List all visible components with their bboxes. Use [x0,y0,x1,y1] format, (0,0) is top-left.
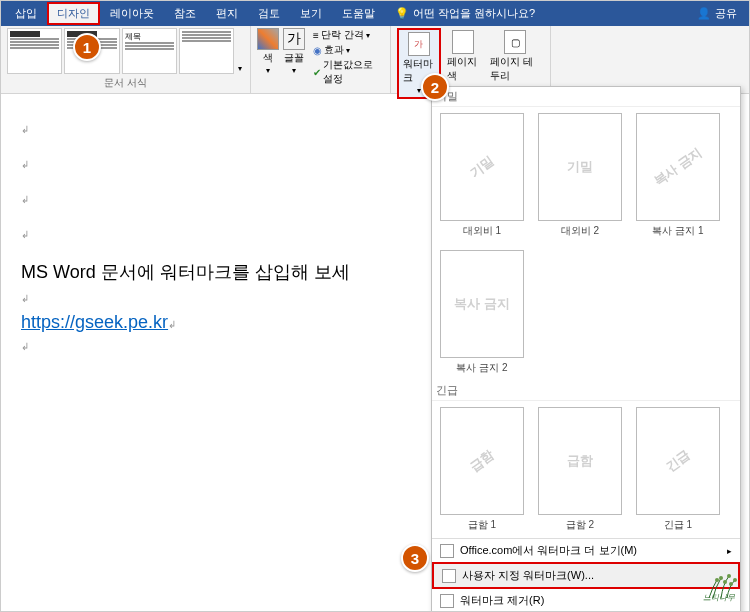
theme-thumb-1[interactable] [7,28,62,74]
share-icon: 👤 [697,7,711,20]
theme-title-text: 제목 [125,31,174,42]
para-spacing-button[interactable]: ≡단락 간격▾ [313,28,384,42]
fonts-label: 글꼴 [284,51,304,65]
themes-more-icon[interactable]: ▾ [236,62,244,75]
wm-option-label: 급함 1 [436,518,528,532]
watermark-option-urgent-2[interactable]: 급함 급함 2 [534,407,626,532]
annotation-badge-3: 3 [401,544,429,572]
gallery-section-urgent: 긴급 [432,381,740,401]
share-button[interactable]: 👤 공유 [697,6,745,21]
annotation-badge-1: 1 [73,33,101,61]
watermark-option-nocopy-2[interactable]: 복사 금지 복사 금지 2 [436,250,528,375]
tab-review[interactable]: 검토 [248,2,290,25]
fonts-button[interactable]: 가 글꼴 ▾ [283,28,305,75]
watermark-option-confidential-2[interactable]: 기밀 대외비 2 [534,113,626,238]
theme-thumb-3[interactable]: 제목 [122,28,177,74]
wm-option-label: 복사 금지 1 [632,224,724,238]
gallery-section-confidential: 기밀 [432,87,740,107]
ribbon-design: 제목 ▾ 문서 서식 색 ▾ 가 글꼴 ▾ ≡단락 간격▾ ◉ [1,26,749,94]
tell-me-label: 어떤 작업을 원하시나요? [413,6,535,21]
tab-mailings[interactable]: 편지 [206,2,248,25]
tab-design[interactable]: 디자인 [47,2,100,25]
check-icon: ✔ [313,67,321,78]
para-spacing-label: 단락 간격 [321,28,364,42]
fonts-icon: 가 [283,28,305,50]
watermark-option-nocopy-1[interactable]: 복사 금지 복사 금지 1 [632,113,724,238]
watermark-icon: 가 [408,32,430,56]
tab-insert[interactable]: 삽입 [5,2,47,25]
wm-option-label: 긴급 1 [632,518,724,532]
tree-logo-icon: 느티나무 [701,568,745,607]
page-borders-label: 페이지 테두리 [490,55,540,83]
chevron-down-icon: ▾ [292,66,296,75]
colors-label: 색 [263,51,273,65]
share-label: 공유 [715,6,737,21]
menu-remove-watermark[interactable]: 워터마크 제거(R) [432,589,740,612]
tab-references[interactable]: 참조 [164,2,206,25]
page-color-label: 페이지 색 [447,55,481,83]
tell-me-search[interactable]: 💡 어떤 작업을 원하시나요? [395,6,535,21]
doc-hyperlink[interactable]: https://gseek.pe.kr [21,312,168,332]
svg-point-5 [729,582,733,586]
wm-option-label: 대외비 1 [436,224,528,238]
tab-view[interactable]: 보기 [290,2,332,25]
arrow-right-icon: ▸ [727,546,732,556]
wm-preview-text: 기밀 [466,152,498,182]
page-borders-icon: ▢ [504,30,526,54]
paragraph-mark: ↲ [21,293,29,304]
chevron-down-icon: ▾ [266,66,270,75]
svg-point-3 [733,578,737,582]
wm-preview-text: 복사 금지 [650,144,706,191]
lightbulb-icon: 💡 [395,7,409,20]
menu-remove-label: 워터마크 제거(R) [460,593,544,608]
svg-point-2 [727,574,731,578]
wm-option-label: 복사 금지 2 [436,361,528,375]
svg-point-4 [723,580,727,584]
watermark-option-asap-1[interactable]: 긴급 긴급 1 [632,407,724,532]
menu-custom-label: 사용자 지정 워터마크(W)... [462,568,594,583]
wm-preview-text: 기밀 [567,158,593,176]
tab-help[interactable]: 도움말 [332,2,385,25]
page-color-icon [452,30,474,54]
effects-label: 효과 [324,43,344,57]
effects-icon: ◉ [313,45,322,56]
wm-preview-text: 긴급 [662,446,694,476]
wm-option-label: 대외비 2 [534,224,626,238]
colors-button[interactable]: 색 ▾ [257,28,279,75]
colors-icon [257,28,279,50]
set-default-label: 기본값으로 설정 [323,58,384,86]
office-icon [440,544,454,558]
watermark-option-confidential-1[interactable]: 기밀 대외비 1 [436,113,528,238]
menu-more-label: Office.com에서 워터마크 더 보기(M) [460,543,637,558]
set-default-button[interactable]: ✔기본값으로 설정 [313,58,384,86]
effects-button[interactable]: ◉효과▾ [313,43,384,57]
svg-point-0 [715,578,719,582]
wm-option-label: 급함 2 [534,518,626,532]
watermark-gallery: 기밀 기밀 대외비 1 기밀 대외비 2 복사 금지 복사 금지 1 복사 금지… [431,86,741,612]
annotation-badge-2: 2 [421,73,449,101]
ribbon-tab-bar: 삽입 디자인 레이아웃 참조 편지 검토 보기 도움말 💡 어떤 작업을 원하시… [1,1,749,26]
formatting-group: 색 ▾ 가 글꼴 ▾ ≡단락 간격▾ ◉효과▾ ✔기본값으로 설정 [251,26,391,93]
theme-thumb-4[interactable] [179,28,234,74]
doc-format-group-label: 문서 서식 [7,75,244,91]
menu-custom-watermark[interactable]: 사용자 지정 워터마크(W)... [432,562,740,589]
gallery-menu: Office.com에서 워터마크 더 보기(M) ▸ 사용자 지정 워터마크(… [432,538,740,612]
tab-layout[interactable]: 레이아웃 [100,2,164,25]
para-spacing-icon: ≡ [313,30,319,41]
watermark-option-urgent-1[interactable]: 급함 급함 1 [436,407,528,532]
page-background-group: 가 워터마크 ▾ 페이지 색 ▾ ▢ 페이지 테두리 [391,26,551,93]
wm-preview-text: 복사 금지 [454,295,510,313]
menu-more-office[interactable]: Office.com에서 워터마크 더 보기(M) ▸ [432,539,740,562]
remove-icon [440,594,454,608]
document-icon [442,569,456,583]
svg-point-1 [719,576,723,580]
themes-group: 제목 ▾ 문서 서식 [1,26,251,93]
wm-preview-text: 급함 [567,452,593,470]
svg-text:느티나무: 느티나무 [703,593,735,602]
wm-preview-text: 급함 [466,446,498,476]
